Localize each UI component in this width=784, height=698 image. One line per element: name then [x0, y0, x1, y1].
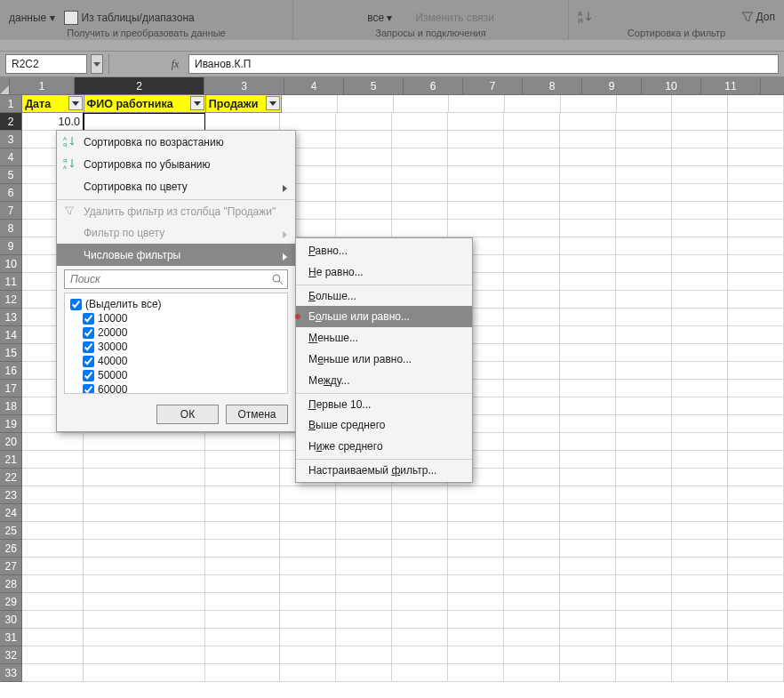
cell[interactable]	[728, 237, 784, 255]
formula-input[interactable]: Иванов.К.П	[188, 54, 779, 74]
cell[interactable]	[672, 202, 728, 220]
cell[interactable]	[504, 326, 560, 344]
cell[interactable]	[672, 540, 728, 558]
filter-check-value[interactable]: 30000	[83, 340, 282, 354]
filter-dropdown-button[interactable]	[190, 96, 204, 110]
cell[interactable]	[448, 148, 504, 166]
cell[interactable]	[560, 415, 616, 433]
select-all-corner[interactable]	[0, 77, 10, 95]
cell[interactable]	[205, 522, 280, 540]
cell[interactable]	[728, 113, 784, 131]
cell[interactable]	[672, 131, 728, 148]
cell[interactable]	[616, 415, 672, 433]
cell[interactable]	[336, 202, 392, 220]
cell[interactable]	[448, 575, 504, 593]
cell[interactable]	[504, 220, 560, 237]
cell[interactable]	[22, 629, 84, 646]
cell[interactable]	[392, 113, 448, 131]
cell[interactable]	[336, 593, 392, 611]
cell[interactable]	[280, 113, 336, 131]
cell[interactable]	[616, 646, 672, 664]
cell[interactable]	[672, 629, 728, 646]
cell[interactable]	[560, 344, 616, 362]
ribbon-item-from-table[interactable]: Из таблицы/диапазона	[64, 11, 195, 25]
cell[interactable]	[336, 504, 392, 522]
ribbon-item-all[interactable]: все ▾	[367, 12, 392, 24]
cell[interactable]	[504, 255, 560, 273]
ribbon-item-addon[interactable]: Доп	[741, 11, 775, 23]
cell[interactable]	[280, 664, 336, 682]
cell[interactable]	[448, 131, 504, 148]
row-header[interactable]: 5	[0, 166, 22, 184]
cell[interactable]	[84, 593, 205, 611]
cell[interactable]	[560, 611, 616, 629]
cell[interactable]	[616, 469, 672, 486]
cell[interactable]	[728, 593, 784, 611]
cell[interactable]	[560, 486, 616, 504]
row-header[interactable]: 22	[0, 469, 22, 486]
cell[interactable]	[616, 113, 672, 131]
cell[interactable]	[392, 522, 448, 540]
column-header[interactable]: 4	[284, 77, 344, 95]
cell[interactable]: Продажи	[206, 95, 282, 113]
column-header[interactable]: 8	[523, 77, 582, 95]
cell[interactable]	[728, 220, 784, 237]
row-header[interactable]: 30	[0, 611, 22, 629]
cell[interactable]: Дата	[22, 95, 84, 113]
cell[interactable]	[504, 575, 560, 593]
cell[interactable]	[336, 148, 392, 166]
row-header[interactable]: 29	[0, 593, 22, 611]
cell[interactable]	[448, 540, 504, 558]
cell[interactable]	[504, 362, 560, 380]
cell[interactable]	[504, 166, 560, 184]
cell[interactable]	[616, 131, 672, 148]
cell[interactable]	[448, 558, 504, 575]
cell[interactable]	[728, 540, 784, 558]
cell[interactable]	[392, 148, 448, 166]
cell[interactable]	[728, 646, 784, 664]
filter-search-input[interactable]	[68, 272, 271, 286]
cell[interactable]	[504, 646, 560, 664]
cell[interactable]	[392, 575, 448, 593]
cell[interactable]	[728, 166, 784, 184]
cell[interactable]	[616, 629, 672, 646]
cell[interactable]	[205, 575, 280, 593]
cell[interactable]	[616, 397, 672, 415]
cell[interactable]	[672, 291, 728, 309]
cell[interactable]	[560, 522, 616, 540]
cell[interactable]	[504, 540, 560, 558]
row-header[interactable]: 2	[0, 113, 22, 131]
filter-check-value[interactable]: 40000	[83, 354, 282, 368]
row-header[interactable]: 32	[0, 646, 22, 664]
column-header[interactable]: 1	[10, 77, 75, 95]
column-header[interactable]: 5	[344, 77, 404, 95]
cell[interactable]	[560, 237, 616, 255]
cell[interactable]	[728, 664, 784, 682]
cell[interactable]	[560, 433, 616, 451]
cell[interactable]	[616, 540, 672, 558]
sort-icon[interactable]: АЯ	[578, 9, 594, 25]
cell[interactable]	[728, 522, 784, 540]
name-box[interactable]: R2C2	[5, 54, 87, 74]
cell[interactable]	[448, 486, 504, 504]
cell[interactable]	[560, 131, 616, 148]
row-header[interactable]: 25	[0, 522, 22, 540]
cell[interactable]	[392, 664, 448, 682]
cell[interactable]	[448, 184, 504, 202]
cell[interactable]	[22, 558, 84, 575]
cell[interactable]	[205, 593, 280, 611]
cell[interactable]	[616, 309, 672, 326]
cell[interactable]	[728, 451, 784, 469]
cell[interactable]	[672, 575, 728, 593]
cell[interactable]	[280, 504, 336, 522]
row-header[interactable]: 14	[0, 326, 22, 344]
cell[interactable]	[504, 397, 560, 415]
cell[interactable]	[205, 469, 280, 486]
column-header[interactable]: 6	[404, 77, 463, 95]
cell[interactable]	[84, 540, 205, 558]
cell[interactable]	[616, 486, 672, 504]
cell[interactable]	[504, 593, 560, 611]
cell[interactable]	[280, 611, 336, 629]
row-header[interactable]: 8	[0, 220, 22, 237]
cell[interactable]	[728, 131, 784, 148]
